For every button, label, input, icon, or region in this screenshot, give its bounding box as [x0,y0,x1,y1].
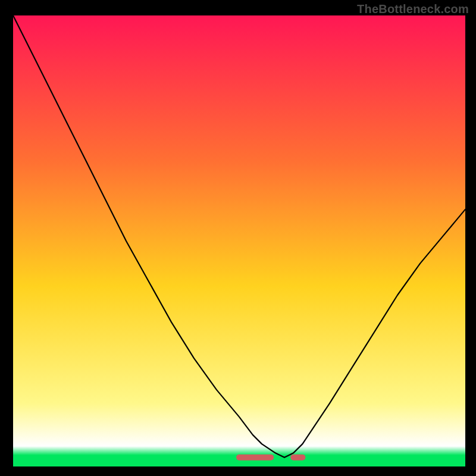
gradient-background [13,15,465,466]
plot-svg [13,15,465,466]
plot-area [13,15,465,466]
watermark-text: TheBottleneck.com [357,2,469,16]
chart-container: TheBottleneck.com [0,0,476,476]
